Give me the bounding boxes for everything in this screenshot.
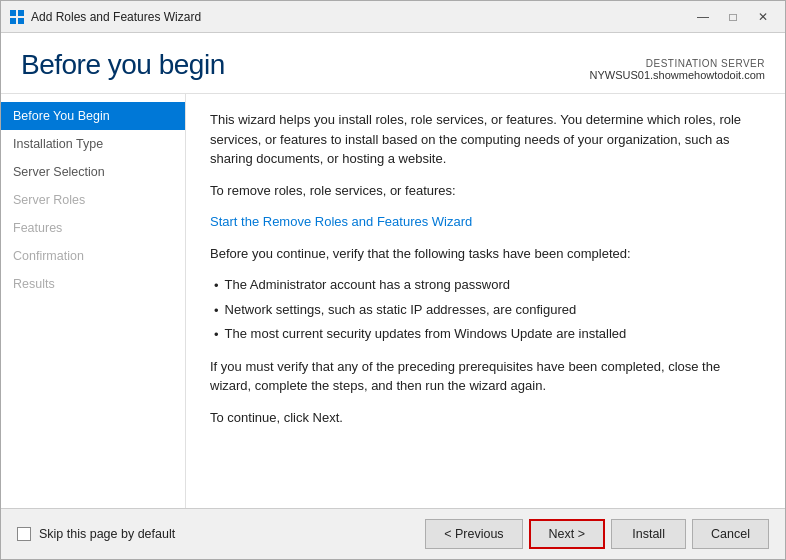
window-title: Add Roles and Features Wizard (31, 10, 689, 24)
sidebar-item-results: Results (1, 270, 185, 298)
continue-paragraph: To continue, click Next. (210, 408, 761, 428)
close-button[interactable]: ✕ (749, 7, 777, 27)
page-header: Before you begin DESTINATION SERVER NYWS… (1, 33, 785, 94)
bullet-text: The Administrator account has a strong p… (225, 275, 510, 295)
next-button[interactable]: Next > (529, 519, 605, 549)
sidebar-item-before-you-begin[interactable]: Before You Begin (1, 102, 185, 130)
sidebar-item-confirmation: Confirmation (1, 242, 185, 270)
svg-rect-2 (10, 18, 16, 24)
skip-area: Skip this page by default (17, 527, 425, 541)
svg-rect-1 (18, 10, 24, 16)
install-button[interactable]: Install (611, 519, 686, 549)
remove-paragraph: To remove roles, role services, or featu… (210, 181, 761, 201)
destination-server-info: DESTINATION SERVER NYWSUS01.showmehowtod… (590, 58, 765, 81)
skip-label: Skip this page by default (39, 527, 175, 541)
window-controls: — □ ✕ (689, 7, 777, 27)
sidebar-item-server-selection[interactable]: Server Selection (1, 158, 185, 186)
page-title: Before you begin (21, 49, 225, 81)
maximize-button[interactable]: □ (719, 7, 747, 27)
bullet-item: •The most current security updates from … (214, 324, 761, 345)
cancel-button[interactable]: Cancel (692, 519, 769, 549)
bullet-dot: • (214, 325, 219, 345)
bullet-text: The most current security updates from W… (225, 324, 627, 344)
remove-wizard-link[interactable]: Start the Remove Roles and Features Wiza… (210, 214, 472, 229)
intro-paragraph: This wizard helps you install roles, rol… (210, 110, 761, 169)
bullet-dot: • (214, 301, 219, 321)
footer-buttons: < Previous Next > Install Cancel (425, 519, 769, 549)
bullet-dot: • (214, 276, 219, 296)
skip-checkbox[interactable] (17, 527, 31, 541)
bullet-item: •Network settings, such as static IP add… (214, 300, 761, 321)
bullet-text: Network settings, such as static IP addr… (225, 300, 577, 320)
close-wizard-paragraph: If you must verify that any of the prece… (210, 357, 761, 396)
prerequisites-list: •The Administrator account has a strong … (210, 275, 761, 345)
previous-button[interactable]: < Previous (425, 519, 522, 549)
titlebar: Add Roles and Features Wizard — □ ✕ (1, 1, 785, 33)
footer: Skip this page by default < Previous Nex… (1, 508, 785, 559)
content-area: This wizard helps you install roles, rol… (186, 94, 785, 508)
sidebar-item-server-roles: Server Roles (1, 186, 185, 214)
app-icon (9, 9, 25, 25)
verify-paragraph: Before you continue, verify that the fol… (210, 244, 761, 264)
svg-rect-3 (18, 18, 24, 24)
bullet-item: •The Administrator account has a strong … (214, 275, 761, 296)
sidebar-item-features: Features (1, 214, 185, 242)
destination-label: DESTINATION SERVER (590, 58, 765, 69)
svg-rect-0 (10, 10, 16, 16)
main-window: Add Roles and Features Wizard — □ ✕ Befo… (0, 0, 786, 560)
destination-name: NYWSUS01.showmehowtodoit.com (590, 69, 765, 81)
main-area: Before You BeginInstallation TypeServer … (1, 94, 785, 508)
minimize-button[interactable]: — (689, 7, 717, 27)
sidebar-item-installation-type[interactable]: Installation Type (1, 130, 185, 158)
sidebar: Before You BeginInstallation TypeServer … (1, 94, 186, 508)
